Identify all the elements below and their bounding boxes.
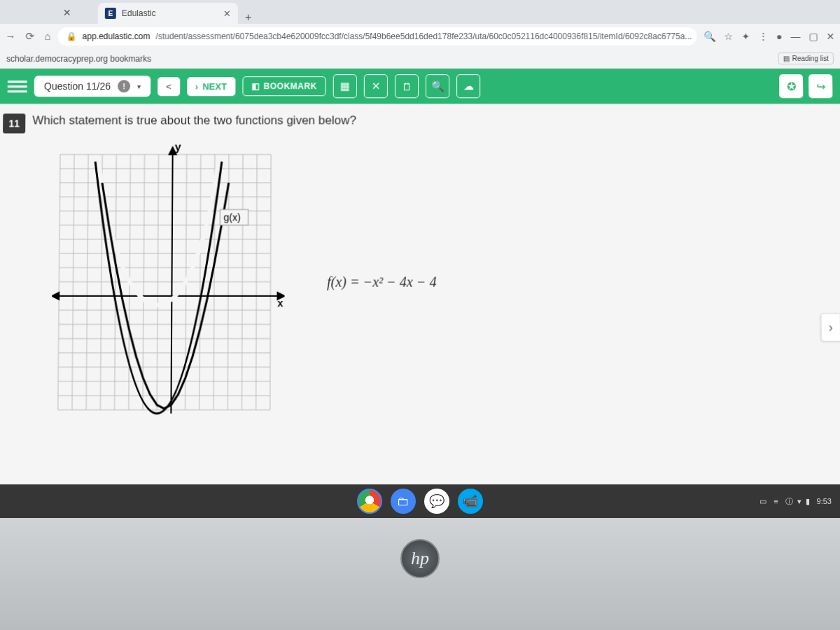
tab-favicon: E bbox=[105, 8, 116, 19]
browser-tab-active[interactable]: ✕ E Edulastic ✕ bbox=[98, 3, 238, 24]
question-text: Which statement is true about the two fu… bbox=[32, 113, 834, 127]
svg-line-7 bbox=[157, 155, 158, 410]
tab-title: Edulastic bbox=[122, 8, 156, 18]
wifi-icon: ▾ bbox=[797, 497, 802, 506]
question-selector[interactable]: Question 11/26 ! ▾ bbox=[34, 76, 151, 97]
svg-marker-39 bbox=[52, 293, 59, 300]
laptop-chassis: hp bbox=[0, 518, 840, 630]
chevron-left-icon: < bbox=[166, 81, 172, 92]
hp-logo: hp bbox=[400, 539, 440, 578]
next-label: NEXT bbox=[202, 81, 227, 92]
svg-line-1 bbox=[72, 155, 74, 410]
svg-line-10 bbox=[200, 155, 201, 410]
expand-panel-button[interactable]: › bbox=[820, 313, 840, 342]
chevron-right-icon: › bbox=[195, 81, 198, 92]
bookmarks-bar: scholar.democracyprep.org bookmarks ▤ Re… bbox=[0, 49, 840, 69]
svg-line-0 bbox=[58, 155, 60, 410]
bookmark-label: BOOKMARK bbox=[264, 81, 317, 91]
zoom-icon[interactable]: 🔍 bbox=[704, 31, 715, 42]
close-window-icon[interactable]: ✕ bbox=[826, 31, 834, 42]
bookmark-icon: ◧ bbox=[251, 81, 260, 91]
lock-icon: 🔒 bbox=[66, 31, 77, 41]
close-tool-icon[interactable]: ✕ bbox=[364, 74, 388, 98]
search-icon[interactable]: 🔍 bbox=[426, 74, 449, 98]
cloud-icon[interactable]: ☁ bbox=[456, 74, 480, 98]
os-shelf: 🗀 💬 📹 ▭ ≡ ⓘ ▾ ▮ 9:53 bbox=[0, 484, 840, 518]
clock: 9:53 bbox=[817, 497, 832, 505]
reload-icon[interactable]: ⟳ bbox=[25, 30, 34, 43]
menu-icon[interactable] bbox=[8, 76, 27, 96]
address-bar: → ⟳ ⌂ 🔒 app.edulastic.com /student/asses… bbox=[0, 24, 840, 49]
formula-text: f(x) = −x² − 4x − 4 bbox=[327, 274, 437, 290]
svg-line-2 bbox=[86, 155, 88, 410]
list-icon: ▤ bbox=[783, 55, 789, 62]
svg-line-15 bbox=[270, 155, 271, 410]
extension-icon[interactable]: ✦ bbox=[741, 31, 750, 42]
menu-dots-icon[interactable]: ⋮ bbox=[758, 31, 768, 42]
prev-button[interactable]: < bbox=[158, 77, 180, 96]
app-toolbar: Question 11/26 ! ▾ < › NEXT ◧ BOOKMARK ▦… bbox=[0, 69, 840, 104]
battery-icon: ▮ bbox=[806, 497, 810, 506]
files-app-icon[interactable]: 🗀 bbox=[391, 489, 416, 514]
svg-line-6 bbox=[143, 155, 144, 410]
svg-line-35 bbox=[171, 151, 172, 414]
notification-icon: ▭ bbox=[760, 497, 766, 506]
svg-line-14 bbox=[256, 155, 257, 410]
chevron-down-icon: ▾ bbox=[137, 83, 141, 90]
question-content: 11 Which statement is true about the two… bbox=[0, 104, 840, 524]
exit-icon[interactable]: ↪ bbox=[808, 74, 832, 98]
tab-close-icon[interactable]: ✕ bbox=[223, 8, 231, 18]
minimize-icon[interactable]: — bbox=[790, 31, 800, 42]
home-icon[interactable]: ⌂ bbox=[44, 30, 50, 43]
close-icon[interactable]: ✕ bbox=[63, 7, 71, 18]
maximize-icon[interactable]: ▢ bbox=[808, 31, 818, 42]
profile-icon[interactable]: ● bbox=[776, 31, 783, 42]
url-input[interactable]: 🔒 app.edulastic.com /student/assessment/… bbox=[57, 27, 696, 46]
graph-figure: y x g(x) bbox=[50, 141, 285, 424]
url-host: app.edulastic.com bbox=[83, 31, 150, 41]
grid-icon[interactable]: ▦ bbox=[333, 74, 357, 98]
chevron-right-icon: › bbox=[829, 320, 833, 335]
system-tray[interactable]: ▭ ≡ ⓘ ▾ ▮ 9:53 bbox=[760, 496, 832, 507]
chrome-app-icon[interactable] bbox=[357, 489, 382, 514]
bookmark-folder[interactable]: scholar.democracyprep.org bookmarks bbox=[6, 54, 151, 64]
accessibility-icon[interactable]: ✪ bbox=[779, 74, 803, 98]
keyboard-icon: ≡ bbox=[774, 497, 778, 505]
new-tab-button[interactable]: + bbox=[238, 11, 258, 24]
browser-tab-strip: ✕ E Edulastic ✕ + bbox=[0, 0, 840, 24]
y-axis-label: y bbox=[175, 141, 181, 153]
info-status-icon: ⓘ bbox=[785, 496, 793, 507]
url-path: /student/assessment/6075dea3cb4e620009fc… bbox=[155, 31, 692, 41]
calculator-icon[interactable]: 🗒 bbox=[395, 74, 419, 98]
camera-app-icon[interactable]: 📹 bbox=[458, 489, 483, 514]
messages-app-icon[interactable]: 💬 bbox=[424, 489, 449, 514]
bookmark-button[interactable]: ◧ BOOKMARK bbox=[242, 76, 326, 96]
reading-list-button[interactable]: ▤ Reading list bbox=[778, 52, 834, 64]
star-icon[interactable]: ☆ bbox=[724, 31, 733, 42]
svg-line-4 bbox=[115, 155, 117, 410]
forward-icon[interactable]: → bbox=[5, 30, 15, 43]
info-badge-icon: ! bbox=[118, 80, 130, 92]
curve-label: g(x) bbox=[223, 211, 240, 223]
question-label: Question 11/26 bbox=[44, 80, 111, 92]
question-number: 11 bbox=[3, 113, 25, 133]
x-axis-label: x bbox=[277, 298, 283, 309]
svg-line-13 bbox=[241, 155, 243, 410]
reading-list-label: Reading list bbox=[792, 55, 828, 62]
next-button[interactable]: › NEXT bbox=[187, 77, 235, 96]
